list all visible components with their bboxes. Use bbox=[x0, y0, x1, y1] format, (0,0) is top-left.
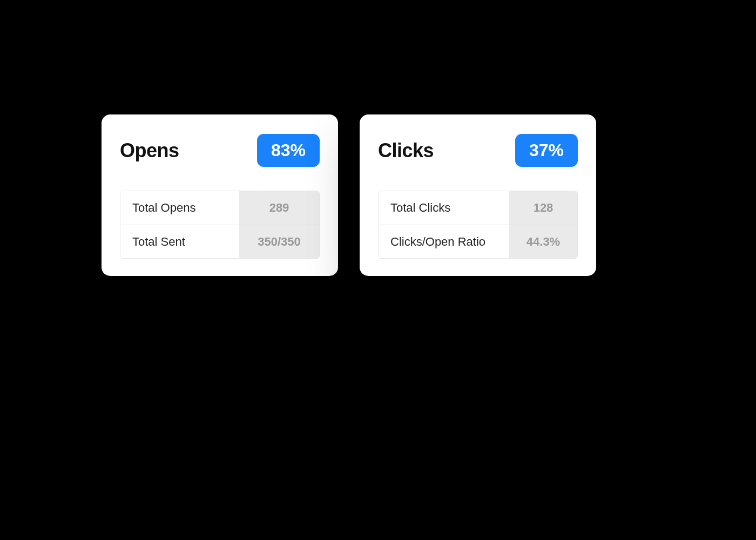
stat-value: 350/350 bbox=[239, 225, 319, 258]
stat-row: Total Sent 350/350 bbox=[120, 225, 319, 258]
stat-label: Total Opens bbox=[120, 191, 239, 225]
card-header: Clicks 37% bbox=[378, 134, 578, 167]
stat-row: Total Clicks 128 bbox=[379, 191, 577, 225]
percentage-badge: 37% bbox=[515, 134, 578, 167]
stat-label: Clicks/Open Ratio bbox=[379, 225, 509, 258]
opens-card: Opens 83% Total Opens 289 Total Sent 350… bbox=[102, 114, 338, 276]
stat-value: 128 bbox=[509, 191, 577, 225]
stats-table: Total Clicks 128 Clicks/Open Ratio 44.3% bbox=[378, 191, 578, 259]
annotation-callout bbox=[118, 312, 301, 401]
stat-row: Clicks/Open Ratio 44.3% bbox=[379, 225, 577, 258]
card-header: Opens 83% bbox=[120, 134, 320, 167]
stats-table: Total Opens 289 Total Sent 350/350 bbox=[120, 191, 320, 259]
card-title: Clicks bbox=[378, 139, 434, 162]
stat-row: Total Opens 289 bbox=[120, 191, 319, 225]
stat-value: 44.3% bbox=[509, 225, 577, 258]
svg-rect-0 bbox=[118, 369, 231, 386]
stat-label: Total Clicks bbox=[379, 191, 509, 225]
stat-value: 289 bbox=[239, 191, 319, 225]
clicks-card: Clicks 37% Total Clicks 128 Clicks/Open … bbox=[360, 114, 596, 276]
stat-label: Total Sent bbox=[120, 225, 239, 258]
card-title: Opens bbox=[120, 139, 179, 162]
stats-cards-container: Opens 83% Total Opens 289 Total Sent 350… bbox=[102, 114, 596, 276]
percentage-badge: 83% bbox=[257, 134, 320, 167]
